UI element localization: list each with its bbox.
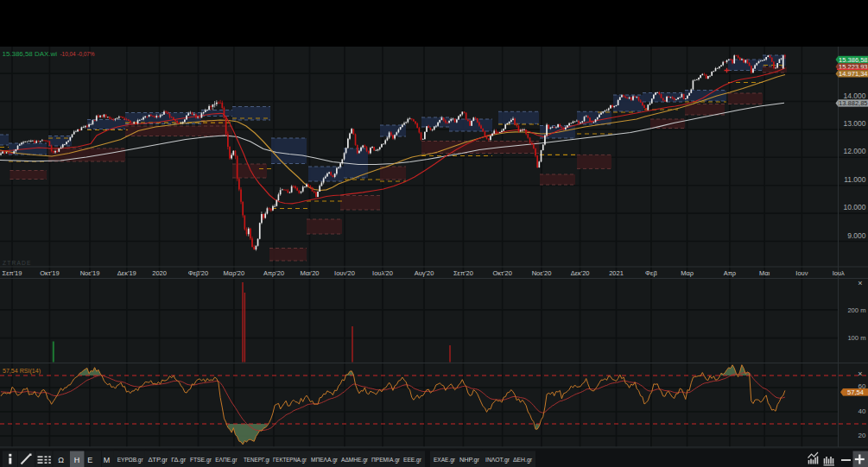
svg-text:Απρ: Απρ xyxy=(724,269,736,277)
svg-text:Οκτ'19: Οκτ'19 xyxy=(40,269,59,277)
svg-text:57,54 RSI(14): 57,54 RSI(14) xyxy=(3,367,41,375)
svg-text:Δεκ'19: Δεκ'19 xyxy=(117,269,136,277)
svg-text:9.000: 9.000 xyxy=(847,231,866,240)
svg-text:100 m: 100 m xyxy=(847,334,865,342)
svg-text:ΠΡΕΜΙΑ.gr: ΠΡΕΜΙΑ.gr xyxy=(371,456,400,464)
svg-text:ΔΕΗ.gr: ΔΕΗ.gr xyxy=(513,456,532,464)
svg-text:ΓΔ.gr: ΓΔ.gr xyxy=(171,456,186,464)
svg-text:FTSE.gr: FTSE.gr xyxy=(190,456,212,464)
svg-text:13.882,85: 13.882,85 xyxy=(839,99,867,107)
svg-text:Οκτ'20: Οκτ'20 xyxy=(493,269,512,277)
svg-text:Ιουλ'20: Ιουλ'20 xyxy=(372,269,393,277)
svg-text:12.000: 12.000 xyxy=(844,147,866,155)
svg-text:14.971,34: 14.971,34 xyxy=(839,70,867,78)
svg-text:Η: Η xyxy=(74,456,80,464)
svg-text:×: × xyxy=(858,279,862,287)
svg-text:15.386,58: 15.386,58 xyxy=(839,56,867,64)
svg-text:10.000: 10.000 xyxy=(844,203,866,211)
svg-text:15.386,58 DAX.wi: 15.386,58 DAX.wi xyxy=(3,50,58,58)
svg-text:Μαρ: Μαρ xyxy=(681,269,694,277)
svg-text:Ιουν'20: Ιουν'20 xyxy=(334,269,355,277)
svg-text:Φεβ'20: Φεβ'20 xyxy=(188,269,208,277)
svg-text:Ω: Ω xyxy=(58,456,64,464)
svg-text:2020: 2020 xyxy=(152,269,167,277)
svg-text:Μαι'20: Μαι'20 xyxy=(300,269,319,277)
svg-text:ZTRADE: ZTRADE xyxy=(3,260,32,266)
svg-text:ΤΕΝΕΡΓ.gr: ΤΕΝΕΡΓ.gr xyxy=(244,456,270,464)
svg-text:200 m: 200 m xyxy=(847,306,865,314)
svg-text:Σεπ'20: Σεπ'20 xyxy=(453,269,473,277)
svg-text:11.000: 11.000 xyxy=(844,175,866,184)
svg-text:Φεβ: Φεβ xyxy=(645,269,657,277)
svg-text:ΓΕΚΤΕΡΝΑ.gr: ΓΕΚΤΕΡΝΑ.gr xyxy=(273,456,307,464)
svg-text:57,54: 57,54 xyxy=(847,388,864,396)
svg-text:×: × xyxy=(858,369,862,378)
svg-text:ΜΠΕΛΑ.gr: ΜΠΕΛΑ.gr xyxy=(311,456,338,464)
svg-text:Απρ'20: Απρ'20 xyxy=(263,269,284,277)
svg-text:ΙΝΛΟΤ.gr: ΙΝΛΟΤ.gr xyxy=(485,456,510,464)
svg-text:Δεκ'20: Δεκ'20 xyxy=(571,269,590,277)
svg-text:20: 20 xyxy=(858,432,866,439)
svg-text:Νοε'20: Νοε'20 xyxy=(532,269,552,277)
svg-text:Σεπ'19: Σεπ'19 xyxy=(3,269,22,277)
svg-text:-10,04 -0,07%: -10,04 -0,07% xyxy=(60,50,95,58)
svg-text:ΝΗΡ.gr: ΝΗΡ.gr xyxy=(459,456,479,464)
svg-text:Ιουν: Ιουν xyxy=(795,269,808,277)
svg-text:ΕΧΑΕ.gr: ΕΧΑΕ.gr xyxy=(434,456,455,464)
svg-text:Μ: Μ xyxy=(104,456,111,464)
svg-text:ΕΥΡΩΒ.gr: ΕΥΡΩΒ.gr xyxy=(117,456,143,464)
svg-text:14.000: 14.000 xyxy=(844,92,866,100)
svg-text:Ιουλ: Ιουλ xyxy=(833,269,845,277)
svg-text:ΑΔΜΗΕ.gr: ΑΔΜΗΕ.gr xyxy=(341,456,368,464)
svg-text:Μαρ'20: Μαρ'20 xyxy=(224,269,245,277)
svg-text:Νοε'19: Νοε'19 xyxy=(80,269,100,277)
svg-text:Ε: Ε xyxy=(87,456,92,464)
svg-text:ΕΛΠΕ.gr: ΕΛΠΕ.gr xyxy=(215,456,238,464)
svg-text:Αυγ'20: Αυγ'20 xyxy=(415,269,434,277)
svg-text:2021: 2021 xyxy=(609,269,624,277)
svg-text:ΕΕΕ.gr: ΕΕΕ.gr xyxy=(403,456,421,464)
svg-text:40: 40 xyxy=(858,407,866,415)
svg-text:13.000: 13.000 xyxy=(844,119,866,128)
svg-text:ΔΤΡ.gr: ΔΤΡ.gr xyxy=(149,456,168,464)
svg-text:Μαι: Μαι xyxy=(759,269,770,277)
